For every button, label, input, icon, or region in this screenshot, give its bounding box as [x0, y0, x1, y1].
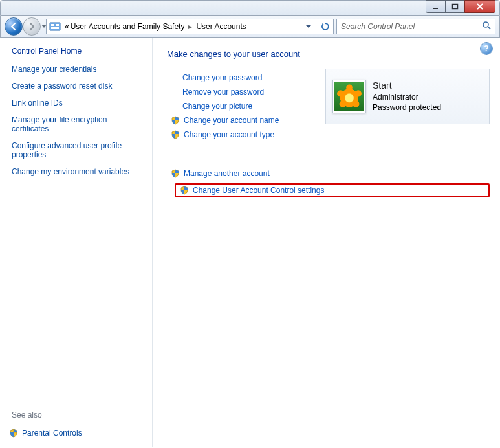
- task-change-account-type[interactable]: Change your account type: [184, 130, 274, 139]
- help-button[interactable]: ?: [481, 43, 492, 54]
- refresh-button[interactable]: [319, 20, 332, 33]
- main-panel: ? Make changes to your user account Chan…: [153, 38, 499, 447]
- shield-icon: [9, 429, 18, 438]
- shield-icon: [171, 116, 180, 125]
- close-button[interactable]: [464, 0, 495, 13]
- task-change-account-name[interactable]: Change your account name: [184, 116, 279, 125]
- parental-controls-link[interactable]: Parental Controls: [22, 429, 82, 438]
- breadcrumb-current[interactable]: User Accounts: [196, 22, 246, 31]
- shield-icon: [171, 130, 180, 139]
- highlighted-task-row: Change User Account Control settings: [175, 183, 490, 197]
- account-info: Start Administrator Password protected: [373, 80, 441, 113]
- task-change-picture[interactable]: Change your picture: [182, 102, 252, 111]
- account-summary-box: Start Administrator Password protected: [325, 69, 490, 124]
- sidebar-link-encryption-certs[interactable]: Manage your file encryption certificates: [12, 115, 146, 133]
- forward-button[interactable]: [23, 17, 41, 36]
- task-remove-password[interactable]: Remove your password: [182, 87, 264, 96]
- svg-rect-0: [433, 8, 438, 9]
- address-history-dropdown[interactable]: [302, 20, 315, 33]
- minimize-button[interactable]: [426, 0, 446, 13]
- svg-rect-4: [56, 24, 59, 26]
- sidebar-link-profile-props[interactable]: Configure advanced user profile properti…: [12, 141, 146, 159]
- task-change-password[interactable]: Change your password: [182, 73, 262, 82]
- breadcrumb[interactable]: « User Accounts and Family Safety ▸ User…: [65, 22, 298, 31]
- account-protection: Password protected: [373, 102, 441, 113]
- shield-icon: [180, 186, 189, 195]
- title-bar: [0, 0, 500, 16]
- breadcrumb-prefix: «: [65, 22, 69, 31]
- recent-pages-dropdown[interactable]: [41, 22, 47, 31]
- sidebar-link-online-ids[interactable]: Link online IDs: [12, 98, 146, 107]
- see-also-label: See also: [12, 410, 42, 420]
- page-heading: Make changes to your user account: [167, 49, 490, 59]
- control-panel-home-link[interactable]: Control Panel Home: [12, 47, 146, 56]
- svg-rect-1: [453, 4, 458, 8]
- svg-point-6: [483, 22, 488, 27]
- task-manage-another-account[interactable]: Manage another account: [184, 169, 270, 178]
- account-name: Start: [373, 80, 441, 92]
- account-avatar: [332, 80, 366, 113]
- sidebar-link-reset-disk[interactable]: Create a password reset disk: [12, 82, 146, 91]
- nav-buttons: [5, 17, 43, 36]
- control-panel-icon: [49, 21, 61, 32]
- sidebar: Control Panel Home Manage your credentia…: [1, 38, 153, 447]
- svg-rect-5: [51, 27, 59, 29]
- search-input[interactable]: [340, 21, 482, 32]
- search-icon[interactable]: [482, 21, 492, 32]
- svg-rect-3: [51, 24, 54, 26]
- sidebar-link-env-vars[interactable]: Change my environment variables: [12, 167, 146, 176]
- content: Control Panel Home Manage your credentia…: [1, 37, 499, 447]
- back-button[interactable]: [5, 17, 23, 36]
- breadcrumb-parent[interactable]: User Accounts and Family Safety: [71, 22, 185, 31]
- sidebar-link-credentials[interactable]: Manage your credentials: [12, 65, 146, 74]
- see-also-item[interactable]: Parental Controls: [9, 429, 82, 438]
- window-buttons: [426, 0, 495, 13]
- shield-icon: [171, 169, 180, 178]
- chevron-right-icon: ▸: [188, 22, 192, 31]
- address-bar[interactable]: « User Accounts and Family Safety ▸ User…: [46, 19, 334, 34]
- maximize-button[interactable]: [445, 0, 465, 13]
- nav-bar: « User Accounts and Family Safety ▸ User…: [0, 16, 500, 38]
- account-role: Administrator: [373, 92, 441, 102]
- svg-rect-2: [50, 23, 60, 30]
- search-box[interactable]: [336, 19, 495, 34]
- task-change-uac-settings[interactable]: Change User Account Control settings: [193, 186, 324, 195]
